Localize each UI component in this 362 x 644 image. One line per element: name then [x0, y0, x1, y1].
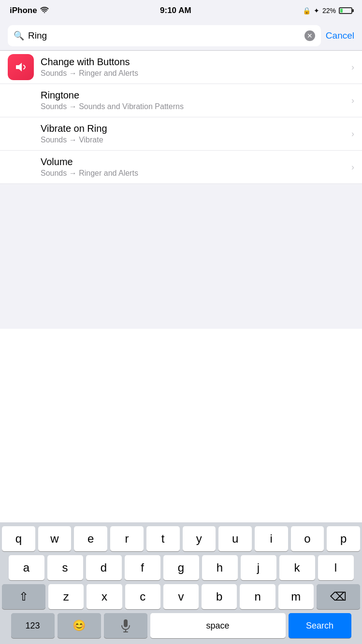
cancel-button[interactable]: Cancel: [326, 30, 354, 41]
result-text: Volume Sounds → Ringer and Alerts: [41, 151, 351, 183]
list-item[interactable]: Change with Buttons Sounds → Ringer and …: [0, 51, 362, 84]
keyboard-row-3: ⇧ z x c v b n m ⌫: [2, 584, 360, 609]
chevron-right-icon: ›: [351, 162, 354, 172]
key-j[interactable]: j: [241, 555, 276, 580]
result-title: Change with Buttons: [41, 56, 351, 68]
key-r[interactable]: r: [110, 526, 144, 551]
key-f[interactable]: f: [125, 555, 160, 580]
result-subtitle: Sounds → Ringer and Alerts: [41, 169, 351, 178]
shift-key[interactable]: ⇧: [2, 584, 45, 609]
key-h[interactable]: h: [202, 555, 238, 580]
status-right: 🔒 ✦ 22%: [303, 7, 352, 14]
wifi-icon: [40, 6, 49, 15]
search-bar-container: 🔍 ✕ Cancel: [0, 21, 362, 50]
search-input[interactable]: [28, 30, 301, 41]
key-d[interactable]: d: [86, 555, 122, 580]
key-c[interactable]: c: [125, 584, 160, 609]
lock-icon: 🔒: [303, 7, 311, 14]
empty-area: [0, 184, 362, 329]
key-e[interactable]: e: [74, 526, 107, 551]
key-u[interactable]: u: [218, 526, 252, 551]
key-o[interactable]: o: [291, 526, 324, 551]
list-item[interactable]: Vibrate on Ring Sounds → Vibrate ›: [0, 117, 362, 151]
sounds-icon: [8, 54, 34, 80]
key-k[interactable]: k: [279, 555, 315, 580]
battery-percent: 22%: [322, 7, 336, 14]
key-i[interactable]: i: [255, 526, 288, 551]
key-g[interactable]: g: [163, 555, 199, 580]
key-y[interactable]: y: [183, 526, 216, 551]
svg-point-0: [43, 12, 45, 13]
results-list: Change with Buttons Sounds → Ringer and …: [0, 50, 362, 184]
list-item[interactable]: Volume Sounds → Ringer and Alerts ›: [0, 151, 362, 184]
chevron-right-icon: ›: [351, 62, 354, 72]
result-text: Change with Buttons Sounds → Ringer and …: [41, 51, 351, 84]
result-text: Ringtone Sounds → Sounds and Vibration P…: [41, 84, 351, 117]
key-t[interactable]: t: [146, 526, 180, 551]
keyboard: q w e r t y u i o p a s d f g h j k l ⇧ …: [0, 522, 362, 644]
search-key[interactable]: Search: [289, 613, 351, 638]
search-input-wrapper[interactable]: 🔍 ✕: [8, 25, 321, 46]
result-title: Vibrate on Ring: [41, 123, 351, 134]
chevron-right-icon: ›: [351, 129, 354, 139]
keyboard-row-2: a s d f g h j k l: [2, 555, 360, 580]
key-w[interactable]: w: [38, 526, 72, 551]
key-l[interactable]: l: [318, 555, 354, 580]
svg-rect-1: [124, 619, 128, 627]
status-bar: iPhone 9:10 AM 🔒 ✦ 22%: [0, 0, 362, 21]
key-q[interactable]: q: [2, 526, 35, 551]
search-icon: 🔍: [14, 30, 24, 41]
key-a[interactable]: a: [9, 555, 44, 580]
clear-button[interactable]: ✕: [304, 30, 315, 41]
key-s[interactable]: s: [47, 555, 83, 580]
result-subtitle: Sounds → Sounds and Vibration Patterns: [41, 102, 351, 111]
battery-icon: [339, 7, 352, 14]
key-p[interactable]: p: [327, 526, 360, 551]
key-n[interactable]: n: [240, 584, 275, 609]
bluetooth-icon: ✦: [314, 7, 319, 14]
key-x[interactable]: x: [87, 584, 122, 609]
result-text: Vibrate on Ring Sounds → Vibrate: [41, 117, 351, 150]
result-title: Ringtone: [41, 90, 351, 101]
carrier-label: iPhone: [10, 6, 37, 15]
numbers-key[interactable]: 123: [11, 613, 55, 638]
key-b[interactable]: b: [202, 584, 237, 609]
result-subtitle: Sounds → Ringer and Alerts: [41, 69, 351, 78]
space-key[interactable]: space: [150, 613, 286, 638]
key-m[interactable]: m: [278, 584, 314, 609]
chevron-right-icon: ›: [351, 96, 354, 106]
status-time: 9:10 AM: [160, 6, 191, 15]
status-left: iPhone: [10, 6, 49, 15]
keyboard-row-1: q w e r t y u i o p: [2, 526, 360, 551]
result-title: Volume: [41, 156, 351, 168]
emoji-key[interactable]: 😊: [58, 613, 101, 638]
keyboard-row-4: 123 😊 space Search: [2, 613, 360, 638]
key-z[interactable]: z: [48, 584, 84, 609]
result-subtitle: Sounds → Vibrate: [41, 136, 351, 144]
delete-key[interactable]: ⌫: [317, 584, 360, 609]
list-item[interactable]: Ringtone Sounds → Sounds and Vibration P…: [0, 84, 362, 117]
mic-key[interactable]: [104, 613, 147, 638]
key-v[interactable]: v: [163, 584, 199, 609]
